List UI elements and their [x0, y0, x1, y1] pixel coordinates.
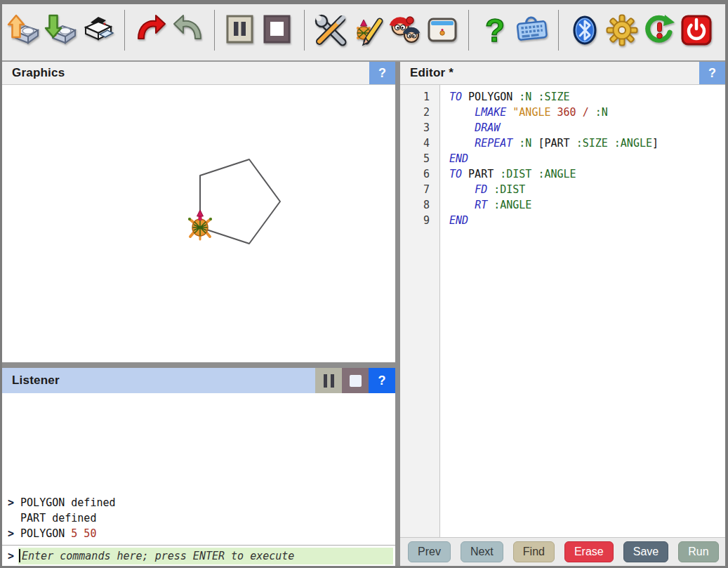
pause-bar-icon — [324, 374, 327, 388]
pause-button[interactable] — [223, 8, 258, 52]
listener-stop-button[interactable] — [342, 368, 369, 393]
pause-icon — [224, 13, 258, 47]
listener-panel: Listener ? > POLYGON defined PART define… — [2, 368, 395, 566]
right-column: Editor * ? 123456789 TO POLYGON :N :SIZE… — [400, 62, 725, 566]
next-button[interactable]: Next — [461, 541, 503, 562]
toolbar-separator — [124, 10, 125, 51]
toolbar: ? — [2, 4, 725, 56]
editor-help-button[interactable]: ? — [699, 62, 725, 84]
turtle-sprite — [188, 210, 212, 239]
stop-square-icon — [350, 375, 362, 387]
settings-button[interactable] — [604, 8, 640, 52]
listener-pause-button[interactable] — [315, 368, 342, 393]
keyboard-button[interactable] — [515, 8, 550, 52]
code-line: REPEAT :N [PART :SIZE :ANGLE] — [449, 136, 725, 151]
code-line: FD :DIST — [449, 182, 725, 197]
code-line: DRAW — [449, 120, 725, 136]
save-icon — [44, 13, 78, 47]
horizontal-splitter[interactable] — [2, 362, 395, 368]
graphics-help-button[interactable]: ? — [369, 62, 395, 84]
code-line: END — [449, 151, 725, 166]
code-line: TO PART :DIST :ANGLE — [449, 166, 725, 182]
editor-panel: Editor * ? 123456789 TO POLYGON :N :SIZE… — [400, 62, 725, 566]
help-icon: ? — [478, 13, 512, 47]
restart-button[interactable] — [642, 8, 677, 52]
screen-button[interactable] — [425, 8, 460, 52]
main-area: Graphics ? — [2, 60, 725, 566]
find-button[interactable]: Find — [513, 541, 555, 562]
toolbar-separator — [468, 10, 469, 51]
input-prompt: > — [8, 550, 14, 562]
left-column: Graphics ? — [2, 62, 395, 566]
svg-text:?: ? — [485, 13, 505, 47]
gutter: 123456789 — [400, 85, 440, 537]
code-line: LMAKE "ANGLE 360 / :N — [449, 105, 725, 120]
input-placeholder: Enter commands here; press ENTER to exec… — [22, 550, 294, 562]
undo-arrow-icon — [171, 13, 205, 47]
load-button[interactable] — [6, 8, 41, 52]
help-button[interactable]: ? — [477, 8, 512, 52]
bluetooth-button[interactable] — [567, 8, 602, 52]
editor-footer: PrevNextFindEraseSaveRun — [400, 537, 725, 566]
graphics-canvas — [2, 85, 395, 362]
graphics-header: Graphics ? — [2, 62, 395, 85]
edit-turtle-icon — [351, 13, 385, 47]
command-input[interactable]: Enter commands here; press ENTER to exec… — [18, 548, 393, 564]
save-button[interactable] — [44, 8, 79, 52]
listener-input-row: > Enter commands here; press ENTER to ex… — [2, 545, 395, 566]
editor-title: Editor * — [400, 66, 699, 80]
pause-bar-icon — [331, 374, 334, 388]
code-line: END — [449, 213, 725, 228]
settings-gear-icon — [605, 13, 639, 47]
power-icon — [680, 13, 713, 47]
prev-button[interactable]: Prev — [408, 541, 451, 562]
pentagon-drawing — [200, 159, 280, 244]
bluetooth-icon — [568, 13, 602, 47]
listener-header: Listener ? — [2, 368, 395, 393]
text-caret — [19, 549, 20, 562]
print-icon — [81, 13, 115, 47]
run-button[interactable]: Run — [678, 541, 718, 562]
stop-icon — [261, 13, 295, 47]
screen-icon — [425, 13, 459, 47]
keyboard-icon — [515, 13, 549, 47]
redo-arrow-icon — [134, 13, 168, 47]
listener-title: Listener — [2, 374, 315, 388]
graphics-title: Graphics — [2, 66, 369, 80]
toolbar-separator — [558, 10, 559, 51]
save-button[interactable]: Save — [623, 541, 668, 562]
stop-button[interactable] — [260, 8, 296, 52]
listener-output: > POLYGON defined PART defined> POLYGON … — [2, 393, 395, 545]
restart-icon — [642, 13, 676, 47]
vertical-splitter[interactable] — [395, 62, 400, 566]
graphics-panel: Graphics ? — [2, 62, 395, 362]
code-line: TO POLYGON :N :SIZE — [449, 89, 725, 105]
app-window: ? — [0, 0, 728, 568]
editor-header: Editor * ? — [400, 62, 725, 85]
code-line: RT :ANGLE — [449, 197, 725, 213]
print-button[interactable] — [81, 8, 116, 52]
tools-button[interactable] — [313, 8, 348, 52]
listener-help-button[interactable]: ? — [369, 368, 395, 393]
toolbar-separator — [214, 10, 215, 51]
redo-button[interactable] — [133, 8, 168, 52]
power-button[interactable] — [679, 8, 714, 52]
erase-button[interactable]: Erase — [564, 541, 614, 562]
load-icon — [7, 13, 41, 47]
undo-button[interactable] — [171, 8, 206, 52]
tools-icon — [314, 13, 348, 47]
avatars-button[interactable] — [388, 8, 423, 52]
edit-turtle-button[interactable] — [350, 8, 385, 52]
editor-body: 123456789 TO POLYGON :N :SIZE LMAKE "ANG… — [400, 85, 725, 537]
toolbar-separator — [304, 10, 305, 51]
code-area[interactable]: TO POLYGON :N :SIZE LMAKE "ANGLE 360 / :… — [440, 85, 725, 537]
avatars-icon — [388, 13, 422, 47]
